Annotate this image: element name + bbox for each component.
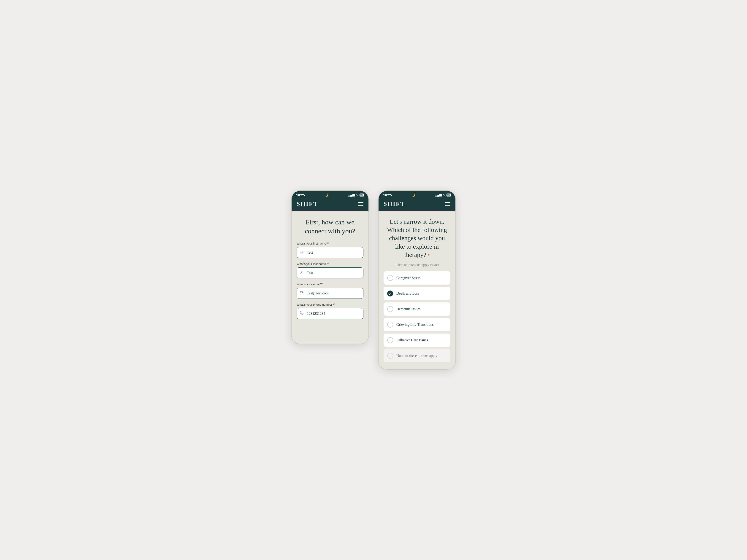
moon-icon-2: 🌙 — [412, 193, 415, 197]
challenges-subtitle: Select as many as apply to you. — [384, 263, 450, 267]
hamburger-menu-2[interactable] — [445, 202, 450, 206]
challenges-content: Let's narrow it down. Which of the follo… — [379, 211, 456, 369]
status-icons-2: ▂▄▆ ∿ 98 — [435, 193, 451, 196]
radio-palliative-care-issues — [387, 337, 393, 343]
phones-container: 10:25 🌙 ▂▄▆ ∿ 98 SHIFT First, how can we… — [291, 190, 456, 370]
wifi-icon: ∿ — [356, 193, 358, 196]
phone-group: What's your phone number?* — [297, 303, 363, 319]
option-dementia-issues[interactable]: Dementia Issues — [384, 302, 450, 316]
radio-death-and-loss — [387, 291, 393, 296]
svg-rect-2 — [300, 291, 303, 294]
hamburger-line — [358, 206, 363, 206]
svg-point-0 — [301, 251, 302, 252]
last-name-wrapper — [297, 267, 363, 278]
email-label: What's your email?* — [297, 283, 363, 286]
option-grieving-life-transitions[interactable]: Grieving Life Transitions — [384, 318, 450, 331]
option-none[interactable]: None of these options apply — [384, 349, 450, 362]
email-input[interactable] — [297, 288, 363, 299]
option-label-dementia-issues: Dementia Issues — [396, 307, 420, 311]
phone-label: What's your phone number?* — [297, 303, 363, 306]
option-death-and-loss[interactable]: Death and Loss — [384, 287, 450, 300]
option-label-none: None of these options apply — [396, 354, 438, 358]
signal-icon: ▂▄▆ — [348, 193, 355, 196]
phone-icon — [300, 311, 304, 316]
battery-1: 98 — [360, 193, 364, 196]
person-icon-1 — [300, 250, 304, 255]
nav-bar-1: SHIFT — [291, 198, 368, 211]
nav-bar-2: SHIFT — [379, 198, 456, 211]
hamburger-menu-1[interactable] — [358, 202, 363, 206]
status-bar-1: 10:25 🌙 ▂▄▆ ∿ 98 — [291, 191, 368, 198]
phone-2: 10:25 🌙 ▂▄▆ ∿ 98 SHIFT Let's narrow it d… — [378, 190, 456, 370]
svg-point-1 — [301, 271, 302, 272]
phone-wrapper — [297, 308, 363, 319]
first-name-input[interactable] — [297, 247, 363, 258]
hamburger-line — [445, 206, 450, 206]
email-icon — [300, 291, 304, 296]
option-label-caregiver-stress: Caregiver Stress — [396, 276, 420, 280]
challenges-title: Let's narrow it down. Which of the follo… — [384, 217, 450, 259]
status-bar-2: 10:25 🌙 ▂▄▆ ∿ 98 — [379, 191, 456, 198]
option-caregiver-stress[interactable]: Caregiver Stress — [384, 271, 450, 285]
first-name-label: What's your first name?* — [297, 242, 363, 245]
logo-2: SHIFT — [384, 201, 405, 208]
option-palliative-care-issues[interactable]: Palliative Care Issues — [384, 334, 450, 347]
status-icons-1: ▂▄▆ ∿ 98 — [348, 193, 364, 196]
hamburger-line — [445, 202, 450, 203]
form-content: First, how can we connect with you? What… — [291, 211, 368, 344]
last-name-label: What's your last name?* — [297, 262, 363, 266]
hamburger-line — [358, 202, 363, 203]
form-title: First, how can we connect with you? — [297, 217, 363, 235]
time-1: 10:25 — [296, 193, 305, 197]
battery-2: 98 — [446, 193, 451, 196]
options-list: Caregiver Stress Death and Loss Dementia… — [384, 271, 450, 362]
email-wrapper — [297, 288, 363, 299]
radio-dementia-issues — [387, 306, 393, 312]
radio-grieving-life-transitions — [387, 322, 393, 327]
moon-icon: 🌙 — [325, 193, 328, 197]
wifi-icon-2: ∿ — [443, 193, 445, 196]
person-icon-2 — [300, 271, 304, 275]
phone-input[interactable] — [297, 308, 363, 319]
option-label-grieving-life-transitions: Grieving Life Transitions — [396, 323, 434, 327]
radio-none — [387, 353, 393, 359]
option-label-palliative-care-issues: Palliative Care Issues — [396, 338, 428, 342]
last-name-group: What's your last name?* — [297, 262, 363, 278]
first-name-wrapper — [297, 247, 363, 258]
first-name-group: What's your first name?* — [297, 242, 363, 258]
option-label-death-and-loss: Death and Loss — [396, 291, 419, 296]
email-group: What's your email?* — [297, 283, 363, 299]
signal-icon-2: ▂▄▆ — [435, 193, 441, 196]
last-name-input[interactable] — [297, 267, 363, 278]
radio-caregiver-stress — [387, 275, 393, 281]
hamburger-line — [445, 204, 450, 204]
logo-1: SHIFT — [297, 201, 318, 208]
phone-1: 10:25 🌙 ▂▄▆ ∿ 98 SHIFT First, how can we… — [291, 190, 369, 344]
challenges-title-text: Let's narrow it down. Which of the follo… — [387, 218, 447, 259]
hamburger-line — [358, 204, 363, 204]
time-2: 10:25 — [383, 193, 392, 197]
asterisk: * — [427, 253, 430, 258]
